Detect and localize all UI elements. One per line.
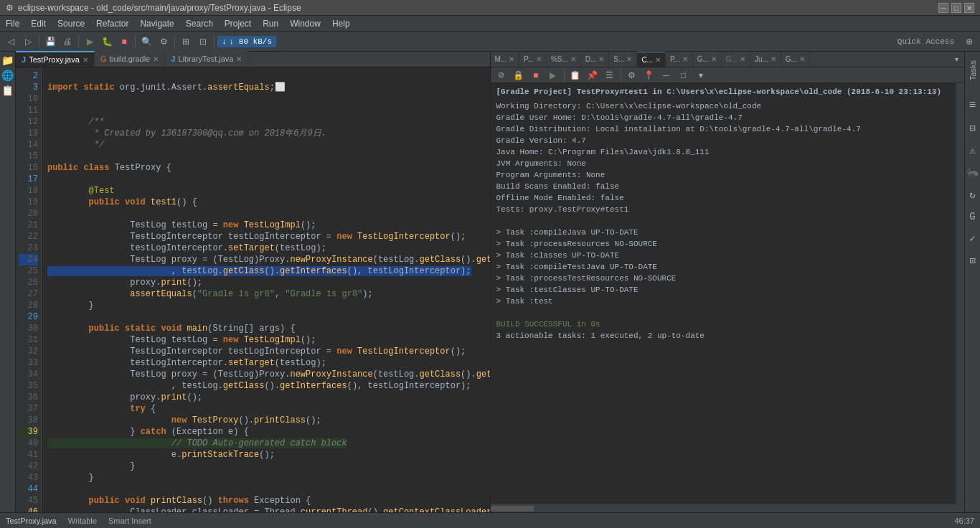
- console-tab-g2-close[interactable]: ✕: [740, 55, 745, 63]
- console-tab-p[interactable]: P...✕: [519, 52, 547, 67]
- toolbar: ◁ ▷ 💾 🖨 ▶ 🐛 ■ 🔍 ⚙ ⊞ ⊡ ↓ ↓ 80 kB/s Quick …: [0, 32, 980, 52]
- toolbar-perspective[interactable]: ⊡: [195, 34, 211, 50]
- ant-icon[interactable]: 🐜: [966, 166, 979, 179]
- maximize-button[interactable]: □: [951, 3, 961, 13]
- menu-help[interactable]: Help: [326, 17, 356, 30]
- console-tab-c-close[interactable]: ✕: [655, 56, 661, 64]
- console-tab-s2[interactable]: S...✕: [609, 52, 637, 67]
- close-button[interactable]: ✕: [964, 3, 974, 13]
- tab-testproxy-close[interactable]: ✕: [83, 56, 88, 64]
- console-paste[interactable]: 📌: [585, 67, 600, 83]
- console-tab-ju[interactable]: Ju...✕: [750, 52, 781, 67]
- writable-status: Writable: [68, 517, 97, 525]
- console-tab-p-close[interactable]: ✕: [536, 55, 542, 63]
- menu-project[interactable]: Project: [219, 17, 257, 30]
- console-task-2: > Task :processResources NO-SOURCE: [496, 238, 951, 250]
- toolbar-stop[interactable]: ■: [116, 34, 132, 50]
- minimize-button[interactable]: ─: [938, 3, 948, 13]
- network-speed: ↓ 80 kB/s: [230, 37, 272, 46]
- line-numbers: 2 3 10 11 12 13 14 15 16 17 18 19 20 21 …: [16, 67, 42, 512]
- console-tab-g2[interactable]: G...✕: [722, 52, 750, 67]
- console-tab-g1[interactable]: G...✕: [693, 52, 722, 67]
- package-explorer-icon[interactable]: 📁: [1, 55, 14, 67]
- code-content[interactable]: import static org.junit.Assert.assertEqu…: [42, 67, 490, 512]
- console-terminate[interactable]: ■: [528, 67, 544, 83]
- console-icon[interactable]: ⊟: [969, 122, 975, 134]
- console-tab-s2-close[interactable]: ✕: [626, 55, 632, 63]
- console-sep2: [621, 69, 621, 82]
- cursor-position: 46:37: [954, 517, 974, 525]
- toolbar-back[interactable]: ◁: [3, 34, 19, 50]
- toolbar-debug[interactable]: 🐛: [99, 34, 115, 50]
- hierarchy-icon[interactable]: 🌐: [1, 70, 14, 82]
- tasks-icon[interactable]: Tasks: [969, 60, 977, 80]
- right-sidebar: Tasks ≡ ⊟ ⚠ 🐜 ↻ G ✓ ⊡: [964, 52, 980, 512]
- toolbar-print[interactable]: 🖨: [60, 34, 75, 50]
- console-maximize[interactable]: □: [676, 67, 692, 83]
- toolbar-forward[interactable]: ▷: [20, 34, 36, 50]
- code-editor[interactable]: 2 3 10 11 12 13 14 15 16 17 18 19 20 21 …: [16, 67, 490, 512]
- gradle-sidebar-icon[interactable]: G: [969, 211, 975, 222]
- console-tab-s1-close[interactable]: ✕: [570, 55, 576, 63]
- tab-librarytest[interactable]: J LibraryTest.java ✕: [165, 51, 248, 67]
- toolbar-save[interactable]: 💾: [42, 34, 58, 50]
- toolbar-run[interactable]: ▶: [82, 34, 98, 50]
- toolbar-settings[interactable]: ⚙: [156, 34, 171, 50]
- console-tab-d[interactable]: D...✕: [581, 52, 610, 67]
- tab-buildgradle-close[interactable]: ✕: [153, 55, 159, 63]
- menu-window[interactable]: Window: [284, 17, 326, 30]
- toolbar-search[interactable]: 🔍: [138, 34, 154, 50]
- junit-icon[interactable]: ✓: [969, 232, 975, 245]
- menu-file[interactable]: File: [0, 17, 25, 30]
- console-vscroll[interactable]: [956, 83, 964, 504]
- console-select-all[interactable]: ☰: [602, 67, 618, 83]
- console-copy[interactable]: 📋: [567, 67, 583, 83]
- console-tab-g1-close[interactable]: ✕: [711, 55, 717, 63]
- problems-icon[interactable]: ⚠: [969, 144, 975, 156]
- console-line-4: Gradle Version: 4.7: [496, 135, 951, 146]
- console-run[interactable]: ▶: [545, 67, 561, 83]
- console-tab-p2-close[interactable]: ✕: [682, 55, 688, 63]
- tab-buildgradle[interactable]: G build.gradle ✕: [95, 51, 165, 67]
- console-settings[interactable]: ⚙: [624, 67, 640, 83]
- menu-edit[interactable]: Edit: [25, 17, 52, 30]
- outline-icon[interactable]: 📋: [1, 85, 14, 97]
- menu-run[interactable]: Run: [257, 17, 284, 30]
- toolbar-open-perspective[interactable]: ⊕: [961, 34, 977, 50]
- console-tab-c[interactable]: C...✕: [637, 52, 666, 67]
- console-task-3: > Task :classes UP-TO-DATE: [496, 250, 951, 261]
- console-pin[interactable]: 📍: [641, 67, 657, 83]
- menu-source[interactable]: Source: [52, 17, 90, 30]
- toolbar-sep-2: [78, 35, 79, 48]
- tab-buildgradle-label: build.gradle: [109, 55, 150, 63]
- console-task-5: > Task :processTestResources NO-SOURCE: [496, 273, 951, 284]
- console-minimize[interactable]: ─: [659, 67, 674, 83]
- console-tab-s1[interactable]: %S...✕: [547, 52, 581, 67]
- properties-icon[interactable]: ⊡: [969, 255, 975, 267]
- console-tab-p2[interactable]: P...✕: [666, 52, 693, 67]
- toolbar-sep-4: [174, 35, 175, 48]
- console-scroll-lock[interactable]: 🔒: [511, 67, 527, 83]
- console-clear[interactable]: ⊘: [494, 67, 509, 83]
- menu-search[interactable]: Search: [180, 17, 219, 30]
- console-tab-overflow[interactable]: ▾: [948, 52, 964, 67]
- console-tab-g3-close[interactable]: ✕: [799, 55, 805, 63]
- tab-librarytest-close[interactable]: ✕: [236, 55, 242, 63]
- menu-navigate[interactable]: Navigate: [134, 17, 179, 30]
- toolbar-sep-3: [135, 35, 136, 48]
- git-icon[interactable]: ↻: [969, 189, 975, 201]
- console-task-7: > Task :test: [496, 296, 951, 307]
- tab-librarytest-label: LibraryTest.java: [178, 55, 233, 63]
- tab-testproxy[interactable]: J TestProxy.java ✕: [16, 51, 95, 67]
- console-tab-d-close[interactable]: ✕: [598, 55, 604, 63]
- console-hscroll[interactable]: [491, 504, 965, 512]
- console-tab-m-close[interactable]: ✕: [509, 55, 514, 63]
- outline2-icon[interactable]: ≡: [969, 99, 976, 112]
- console-view-menu[interactable]: ▾: [693, 67, 709, 83]
- toolbar-new-window[interactable]: ⊞: [178, 34, 194, 50]
- console-tab-ju-close[interactable]: ✕: [771, 55, 776, 63]
- console-actionable: 3 actionable tasks: 1 executed, 2 up-to-…: [496, 330, 951, 341]
- menu-refactor[interactable]: Refactor: [90, 17, 134, 30]
- console-tab-g3[interactable]: G...✕: [781, 52, 810, 67]
- console-tab-m[interactable]: M...✕: [491, 52, 520, 67]
